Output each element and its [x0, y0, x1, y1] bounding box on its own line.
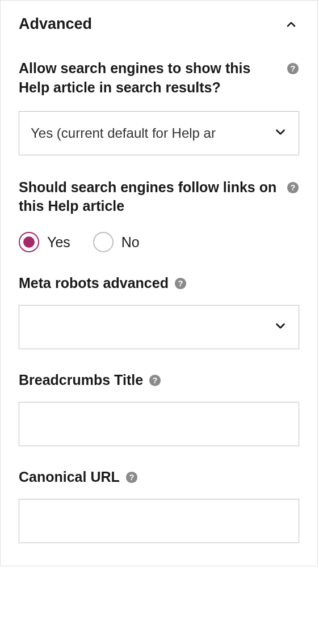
allow-search-label: Allow search engines to show this Help a…: [19, 59, 280, 98]
canonical-field: Canonical URL ?: [19, 469, 299, 543]
help-icon[interactable]: ?: [287, 181, 299, 194]
follow-links-field: Should search engines follow links on th…: [19, 178, 299, 253]
advanced-panel: Advanced Allow search engines to show th…: [0, 0, 318, 566]
chevron-up-icon: [283, 16, 299, 32]
breadcrumbs-field: Breadcrumbs Title ?: [19, 372, 299, 446]
meta-robots-select[interactable]: [19, 305, 299, 349]
svg-text:?: ?: [153, 375, 158, 384]
meta-robots-field: Meta robots advanced ?: [19, 275, 299, 349]
svg-text:?: ?: [291, 183, 296, 192]
radio-selected-icon: [19, 232, 39, 252]
panel-body: Allow search engines to show this Help a…: [1, 59, 317, 566]
canonical-input[interactable]: [19, 499, 299, 543]
radio-unselected-icon: [93, 232, 114, 252]
help-icon[interactable]: ?: [125, 471, 138, 484]
meta-robots-label: Meta robots advanced: [19, 275, 169, 291]
follow-links-yes-radio[interactable]: Yes: [19, 232, 70, 252]
follow-links-label: Should search engines follow links on th…: [19, 178, 280, 217]
panel-title: Advanced: [19, 15, 92, 33]
allow-search-field: Allow search engines to show this Help a…: [19, 59, 299, 155]
help-icon[interactable]: ?: [149, 374, 161, 387]
canonical-label: Canonical URL: [19, 469, 120, 485]
svg-text:?: ?: [129, 472, 134, 481]
svg-text:?: ?: [178, 278, 183, 287]
radio-yes-label: Yes: [47, 234, 70, 251]
help-icon[interactable]: ?: [287, 62, 299, 75]
follow-links-no-radio[interactable]: No: [93, 232, 140, 252]
svg-text:?: ?: [291, 64, 296, 73]
radio-no-label: No: [121, 234, 140, 251]
breadcrumbs-input[interactable]: [19, 402, 299, 446]
allow-search-select[interactable]: Yes (current default for Help ar: [19, 111, 299, 155]
breadcrumbs-label: Breadcrumbs Title: [19, 372, 143, 388]
help-icon[interactable]: ?: [174, 277, 187, 290]
advanced-panel-header[interactable]: Advanced: [1, 1, 317, 48]
